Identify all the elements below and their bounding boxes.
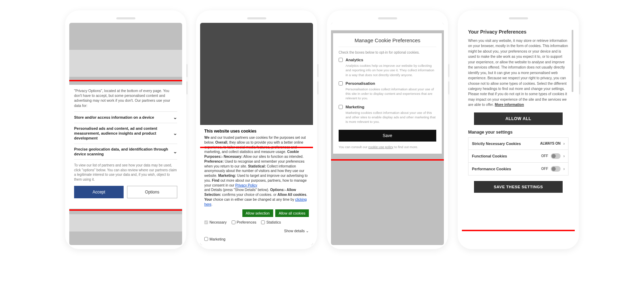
show-details-toggle[interactable]: Show details ⌄ [284,228,309,233]
privacy-policy-link[interactable]: Privacy Policy [235,183,257,187]
statistics-checkbox[interactable]: Statistics [261,220,281,225]
side-button [579,64,580,77]
purpose-row[interactable]: Store and/or access information on a dev… [74,111,177,123]
toggle-switch[interactable] [551,166,561,172]
chevron-down-icon: ⌄ [173,130,177,136]
footer-text: You can consult our cookie use policy to… [339,145,436,149]
dialog-subtitle: Check the boxes below to opt-in for opti… [339,47,436,54]
phone-mock-2: This website uses cookies We and our tru… [196,10,317,249]
chevron-down-icon: ⌄ [173,149,177,154]
row-label: Performance Cookies [472,167,511,171]
allow-all-button[interactable]: ALLOW ALL [474,112,562,125]
accept-button[interactable]: Accept [74,186,124,198]
purpose-row[interactable]: Precise geolocation data, and identifica… [74,144,177,160]
side-button [186,64,188,77]
row-label: Strictly Necessary Cookies [472,142,521,146]
chevron-right-icon: › [563,166,565,171]
marketing-checkbox[interactable]: Marketing [204,237,309,242]
allow-all-button[interactable]: Allow all cookies [275,209,309,217]
side-button [317,64,319,77]
chevron-down-icon: ⌄ [306,228,309,233]
cookie-dialog-2: This website uses cookies We and our tru… [200,125,313,245]
row-state: ALWAYS ON [540,142,561,145]
speaker-slot [509,17,528,19]
manage-heading: Manage your settings [468,130,569,135]
option-desc: Personalisation cookies collect informat… [339,87,436,101]
dialog-title: This website uses cookies [204,128,309,134]
phone-mock-3: Manage Cookie Preferences Check the boxe… [327,10,448,249]
footer-note: To view our list of partners and see how… [74,159,177,182]
dialog-body: When you visit any website, it may store… [468,38,569,108]
necessary-checkbox[interactable]: Necessary [204,220,227,225]
more-info-link[interactable]: More information [495,103,524,107]
side-button [186,81,188,94]
phone-mock-4: Your Privacy Preferences When you visit … [458,10,579,249]
cookie-dialog-3: Manage Cookie Preferences Check the boxe… [333,33,442,154]
toggle-switch[interactable] [551,153,561,159]
personalisation-checkbox[interactable] [339,81,343,85]
cookie-policy-link[interactable]: cookie use policy [368,145,393,149]
chevron-down-icon: ⌄ [173,115,177,120]
side-button [579,81,580,94]
row-state: OFF [541,154,548,158]
purpose-label: Personalised ads and content, ad and con… [74,126,173,141]
option-desc: Analytics cookies help us improve our we… [339,63,436,77]
cookie-dialog-4: Your Privacy Preferences When you visit … [462,23,575,245]
save-button[interactable]: Save [339,130,436,142]
dialog-title: Manage Cookie Preferences [339,37,436,43]
clicking-here-link[interactable]: clicking here [204,198,307,206]
purpose-row[interactable]: Personalised ads and content, ad and con… [74,123,177,144]
purpose-label: Precise geolocation data, and identifica… [74,147,173,157]
dialog-body: We and our trusted partners use cookies … [204,135,309,207]
speaker-slot [116,17,135,19]
row-state: OFF [541,167,548,171]
side-button [448,64,449,77]
option-label: Personalisation [346,81,375,85]
option-label: Marketing [346,105,364,109]
cookie-category-row[interactable]: Performance Cookies OFF › [468,162,569,175]
dialog-title: Your Privacy Preferences [468,29,569,35]
preferences-checkbox[interactable]: Preferences [232,220,257,225]
speaker-slot [247,17,266,19]
chevron-right-icon: › [563,141,565,146]
row-label: Functional Cookies [472,154,507,158]
scrollbar[interactable] [572,30,573,92]
allow-selection-button[interactable]: Allow selection [242,209,273,217]
side-button [317,81,319,94]
chevron-right-icon: › [563,154,565,158]
purpose-label: Store and/or access information on a dev… [74,115,173,120]
cookie-category-row[interactable]: Strictly Necessary Cookies ALWAYS ON › [468,137,569,150]
option-desc: Marketing cookies collect information ab… [339,110,436,124]
analytics-checkbox[interactable] [339,58,343,62]
intro-text: "Privacy Options", located at the bottom… [74,88,177,108]
marketing-checkbox[interactable] [339,105,343,109]
options-button[interactable]: Options [127,186,177,198]
cookie-category-row[interactable]: Functional Cookies OFF › [468,150,569,162]
speaker-slot [378,17,397,19]
save-settings-button[interactable]: SAVE THESE SETTINGS [474,181,562,193]
phone-mock-1: "Privacy Options", located at the bottom… [65,10,186,249]
side-button [448,81,449,94]
option-label: Analytics [346,58,363,62]
